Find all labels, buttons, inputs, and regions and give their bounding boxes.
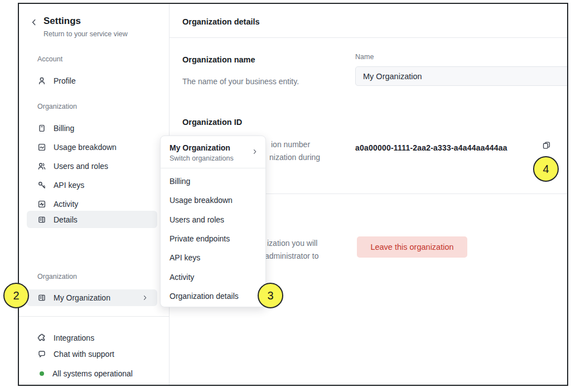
menu-title: My Organization bbox=[170, 143, 230, 152]
key-icon bbox=[37, 181, 46, 190]
user-icon bbox=[37, 76, 46, 85]
users-icon bbox=[37, 162, 46, 171]
organization-id-description-fragment-2: nization during bbox=[269, 153, 320, 162]
sidebar-item-label: API keys bbox=[54, 181, 84, 190]
sidebar-item-status[interactable]: All systems operational bbox=[27, 365, 157, 382]
chevron-left-icon bbox=[30, 18, 38, 27]
sidebar-item-label: Profile bbox=[54, 76, 76, 85]
leave-description-fragment-2: administrator to bbox=[265, 251, 318, 260]
sidebar-item-my-organization[interactable]: My Organization bbox=[27, 289, 157, 306]
organization-id-description-fragment-1: ion number bbox=[271, 140, 310, 149]
sidebar-item-integrations[interactable]: Integrations bbox=[27, 330, 157, 346]
sidebar-item-api-keys[interactable]: API keys bbox=[27, 176, 157, 195]
sidebar-item-users-and-roles[interactable]: Users and roles bbox=[27, 157, 157, 176]
sidebar-subtitle: Return to your service view bbox=[43, 30, 128, 38]
annotation-badge-2: 2 bbox=[3, 283, 29, 308]
organization-switcher-menu: My Organization Switch organizations Bil… bbox=[160, 135, 266, 307]
organization-id-value: a0a00000-1111-2aa2-a333-a4a44aa444aa bbox=[355, 143, 507, 152]
organization-icon bbox=[37, 293, 46, 302]
menu-item-users-and-roles[interactable]: Users and roles bbox=[161, 214, 265, 226]
sidebar-item-label: Chat with support bbox=[54, 350, 114, 359]
section-label-account: Account bbox=[37, 55, 62, 63]
menu-item-activity[interactable]: Activity bbox=[161, 271, 265, 283]
sidebar-item-usage-breakdown[interactable]: Usage breakdown bbox=[27, 138, 157, 157]
menu-item-api-keys[interactable]: API keys bbox=[161, 251, 265, 264]
menu-divider bbox=[161, 168, 265, 168]
sidebar-item-label: Billing bbox=[54, 124, 74, 133]
chevron-right-icon bbox=[251, 147, 258, 157]
back-button[interactable] bbox=[28, 16, 40, 28]
sidebar-item-label: My Organization bbox=[54, 293, 110, 302]
menu-subtitle: Switch organizations bbox=[170, 154, 234, 162]
annotation-badge-3: 3 bbox=[258, 283, 283, 308]
section-label-organization-switcher: Organization bbox=[37, 273, 77, 280]
organization-icon bbox=[37, 215, 46, 224]
menu-item-billing[interactable]: Billing bbox=[161, 175, 265, 187]
sidebar-item-label: Users and roles bbox=[54, 162, 108, 171]
sidebar-title: Settings bbox=[43, 16, 81, 27]
organization-name-description: The name of your business entity. bbox=[182, 77, 299, 86]
menu-item-organization-details[interactable]: Organization details bbox=[161, 290, 265, 302]
leave-description-fragment-1: ization you will bbox=[267, 239, 317, 248]
sidebar-item-label: Details bbox=[54, 215, 78, 224]
sidebar-item-details[interactable]: Details bbox=[27, 211, 157, 228]
sidebar-item-label: Usage breakdown bbox=[54, 143, 117, 152]
leave-organization-button[interactable]: Leave this organization bbox=[357, 236, 467, 258]
sidebar-item-billing[interactable]: Billing bbox=[27, 119, 157, 138]
name-field-label: Name bbox=[355, 53, 374, 61]
menu-item-usage-breakdown[interactable]: Usage breakdown bbox=[161, 194, 265, 206]
sidebar-item-label: Integrations bbox=[54, 333, 94, 342]
page-title: Organization details bbox=[182, 17, 260, 26]
app-window: Settings Return to your service view Acc… bbox=[18, 3, 568, 386]
puzzle-icon bbox=[37, 333, 46, 342]
status-dot-icon bbox=[40, 371, 44, 376]
organization-name-title: Organization name bbox=[182, 55, 255, 64]
organization-id-title: Organization ID bbox=[182, 118, 242, 127]
activity-icon bbox=[37, 200, 46, 209]
organization-name-input[interactable] bbox=[355, 66, 568, 86]
usage-icon bbox=[37, 143, 46, 152]
section-label-organization: Organization bbox=[37, 103, 77, 110]
chevron-right-icon bbox=[141, 294, 149, 301]
chat-icon bbox=[37, 350, 46, 359]
sidebar-item-label: Activity bbox=[54, 200, 78, 209]
sidebar-divider bbox=[19, 316, 169, 317]
annotation-badge-4: 4 bbox=[533, 156, 559, 182]
status-label: All systems operational bbox=[52, 369, 133, 378]
billing-icon bbox=[37, 124, 46, 133]
sidebar-item-chat-with-support[interactable]: Chat with support bbox=[27, 346, 157, 362]
header-divider bbox=[169, 37, 567, 38]
sidebar-item-profile[interactable]: Profile bbox=[27, 71, 157, 90]
copy-id-button[interactable] bbox=[540, 138, 553, 152]
menu-item-private-endpoints[interactable]: Private endpoints bbox=[161, 233, 265, 245]
copy-icon bbox=[542, 141, 551, 150]
